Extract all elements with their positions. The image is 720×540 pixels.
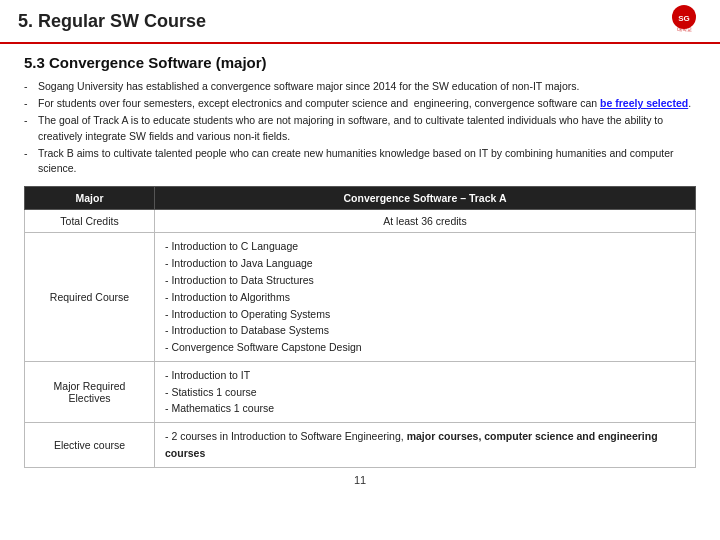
main-content: 5.3 Convergence Software (major) - Sogan… [0,44,720,494]
list-item: - For students over four semesters, exce… [24,96,696,111]
row-value-required: - Introduction to C Language - Introduct… [155,233,696,362]
col2-header: Convergence Software – Track A [155,187,696,210]
dash: - [24,113,36,143]
list-item: - Sogang University has established a co… [24,79,696,94]
university-logo: SG 대학교 [666,3,702,39]
bullet-text-1: Sogang University has established a conv… [38,79,579,94]
svg-text:SG: SG [678,14,690,23]
page-number: 11 [354,474,366,486]
svg-text:대학교: 대학교 [677,26,692,32]
highlight-freely: be freely selected [600,97,688,109]
dash: - [24,96,36,111]
bullet-list: - Sogang University has established a co… [24,79,696,176]
row-value-credits: At least 36 credits [155,210,696,233]
section-subtitle: 5.3 Convergence Software (major) [24,54,696,71]
footer: 11 [24,474,696,486]
row-label-credits: Total Credits [25,210,155,233]
row-label-electives: Major Required Electives [25,361,155,422]
bullet-text-4: Track B aims to cultivate talented peopl… [38,146,696,176]
row-value-electives: - Introduction to IT - Statistics 1 cour… [155,361,696,422]
bullet-text-3: The goal of Track A is to educate studen… [38,113,696,143]
table-row: Elective course - 2 courses in Introduct… [25,423,696,468]
list-item: - The goal of Track A is to educate stud… [24,113,696,143]
page-title: 5. Regular SW Course [18,11,206,32]
col1-header: Major [25,187,155,210]
dash: - [24,146,36,176]
course-table: Major Convergence Software – Track A Tot… [24,186,696,468]
table-row: Required Course - Introduction to C Lang… [25,233,696,362]
list-item: - Track B aims to cultivate talented peo… [24,146,696,176]
table-row: Total Credits At least 36 credits [25,210,696,233]
row-value-elective-course: - 2 courses in Introduction to Software … [155,423,696,468]
table-row: Major Required Electives - Introduction … [25,361,696,422]
dash: - [24,79,36,94]
bold-elective: major courses, computer science and engi… [165,430,658,459]
header-bar: 5. Regular SW Course SG 대학교 [0,0,720,44]
row-label-elective-course: Elective course [25,423,155,468]
row-label-required: Required Course [25,233,155,362]
bullet-text-2: For students over four semesters, except… [38,96,691,111]
